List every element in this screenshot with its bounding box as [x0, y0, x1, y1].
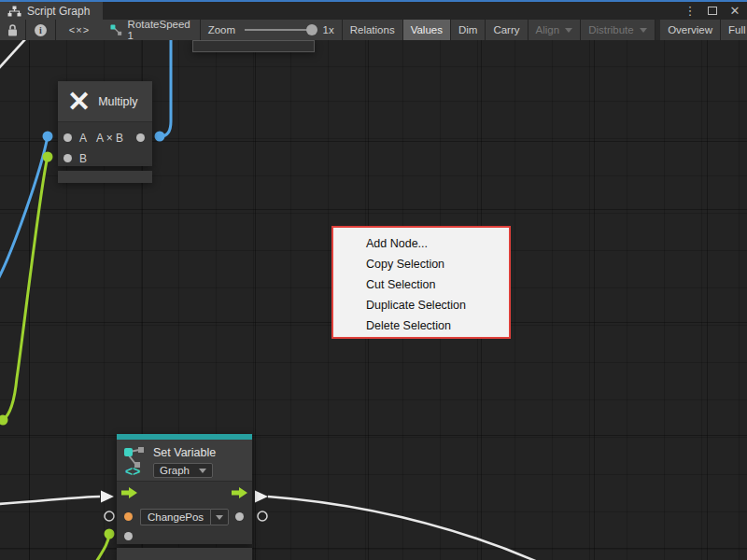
control-input-port[interactable] [121, 487, 138, 498]
window-menu-button[interactable]: ⋮ [682, 3, 698, 20]
wire-white-into-setvariable [0, 497, 100, 504]
set-variable-node[interactable]: <> Set Variable Graph [117, 434, 252, 544]
toolbar-button-align[interactable]: Align [529, 20, 582, 40]
tab-title: Script Graph [27, 5, 90, 18]
multiply-node[interactable]: ✕ Multiply A A × B B [58, 81, 152, 166]
chevron-down-icon [640, 28, 647, 33]
code-icon: <×> [69, 24, 90, 35]
control-output-port[interactable] [232, 487, 248, 498]
tab-bar: Script Graph [0, 2, 747, 20]
secondary-input-port[interactable] [124, 532, 133, 540]
variable-name-dropdown[interactable]: ChangePos [140, 509, 229, 525]
zoom-value: 1x [323, 24, 334, 35]
toolbar-main-group: RotateSpeed 1 Zoom 1x Relations Values D… [103, 20, 747, 40]
wire-blue-output [161, 40, 171, 136]
maximize-icon [708, 7, 717, 15]
scope-value: Graph [160, 465, 190, 476]
button-label: Values [411, 24, 443, 35]
menu-item-cut-selection[interactable]: Cut Selection [333, 274, 509, 295]
graph-hierarchy-icon [7, 6, 21, 17]
port-a-label: A [79, 132, 87, 145]
multiply-node-footer [58, 171, 152, 183]
chevron-down-icon [216, 515, 223, 520]
toolbar-button-values[interactable]: Values [403, 20, 451, 40]
unconnected-port-ring-right[interactable] [258, 511, 267, 521]
zoom-slider[interactable] [245, 29, 315, 31]
graph-breadcrumb-label: RotateSpeed 1 [128, 19, 192, 41]
port-result-output[interactable] [136, 133, 145, 142]
partially-visible-node[interactable] [192, 40, 315, 52]
button-label: Relations [350, 24, 395, 35]
toolbar-button-distribute[interactable]: Distribute [581, 20, 655, 40]
wire-white-topleft [0, 40, 26, 69]
window-controls: ⋮ ✕ [682, 2, 743, 20]
set-variable-header: <> Set Variable Graph [117, 440, 252, 481]
zoom-slider-handle[interactable] [306, 24, 317, 35]
close-icon: ✕ [730, 4, 740, 18]
variable-name-value: ChangePos [148, 511, 204, 523]
variable-scope-dropdown[interactable]: Graph [153, 463, 213, 478]
menu-item-delete-selection[interactable]: Delete Selection [333, 315, 509, 336]
multiply-node-header: ✕ Multiply [58, 81, 152, 121]
svg-text:<>: <> [125, 464, 140, 477]
value-output-port[interactable] [235, 512, 244, 521]
toolbar-button-overview[interactable]: Overview [660, 20, 721, 40]
graph-node-icon [110, 23, 122, 36]
wire-green-endpoint [105, 529, 115, 539]
graph-breadcrumb[interactable]: RotateSpeed 1 [103, 20, 201, 40]
set-variable-body: ChangePos [117, 481, 252, 544]
toolbar-left-group: i <×> [0, 20, 103, 40]
script-graph-window: Script Graph ⋮ ✕ i <×> [0, 0, 747, 560]
tab-script-graph[interactable]: Script Graph [0, 2, 103, 20]
graph-toolbar: i <×> RotateSpeed 1 Zoom 1x [0, 20, 747, 40]
wire-blue-endpoint [43, 132, 53, 142]
port-result-label: A × B [96, 132, 123, 145]
info-button[interactable]: i [26, 20, 56, 40]
toolbar-button-dim[interactable]: Dim [451, 20, 486, 40]
context-menu: Add Node... Copy Selection Cut Selection… [331, 226, 511, 339]
window-maximize-button[interactable] [704, 3, 721, 20]
window-close-button[interactable]: ✕ [726, 3, 743, 20]
wire-green-left [3, 157, 48, 420]
port-b-label: B [79, 152, 87, 165]
button-label: Carry [493, 24, 519, 35]
menu-item-add-node[interactable]: Add Node... [333, 233, 509, 254]
wire-blue-endpoint [155, 132, 165, 142]
button-label: Align [536, 24, 560, 35]
port-b-input[interactable] [63, 154, 72, 162]
chevron-down-icon [565, 28, 572, 33]
toolbar-button-carry[interactable]: Carry [486, 20, 528, 40]
wire-green-endpoint [43, 152, 53, 162]
port-a-input[interactable] [63, 133, 72, 142]
unconnected-port-ring-left[interactable] [105, 511, 114, 521]
lock-icon [7, 24, 18, 36]
multiply-node-body: A A × B B [58, 121, 152, 166]
button-label: Full Screen [728, 24, 747, 35]
lock-button[interactable] [0, 20, 26, 40]
menu-item-copy-selection[interactable]: Copy Selection [333, 254, 509, 274]
toolbar-button-fullscreen[interactable]: Full Screen [721, 20, 747, 40]
control-output-arrow [255, 491, 268, 503]
menu-item-duplicate-selection[interactable]: Duplicate Selection [333, 295, 509, 315]
set-variable-title: Set Variable [153, 446, 216, 459]
toolbar-button-relations[interactable]: Relations [343, 20, 403, 40]
button-label: Overview [668, 24, 712, 35]
chevron-down-icon [199, 469, 206, 473]
value-input-port[interactable] [124, 512, 133, 521]
kebab-menu-icon: ⋮ [684, 4, 697, 18]
button-label: Dim [458, 24, 477, 35]
control-input-arrow [101, 491, 114, 503]
multiply-icon: ✕ [67, 88, 91, 116]
zoom-label: Zoom [208, 24, 235, 35]
wire-white-out-of-setvariable [268, 497, 540, 560]
set-variable-footer [117, 548, 252, 560]
set-variable-icon: <> [123, 445, 148, 477]
zoom-control: Zoom 1x [201, 20, 343, 40]
info-icon: i [35, 24, 47, 36]
button-label: Distribute [588, 24, 634, 35]
multiply-node-title: Multiply [98, 95, 137, 108]
code-view-button[interactable]: <×> [56, 20, 103, 40]
